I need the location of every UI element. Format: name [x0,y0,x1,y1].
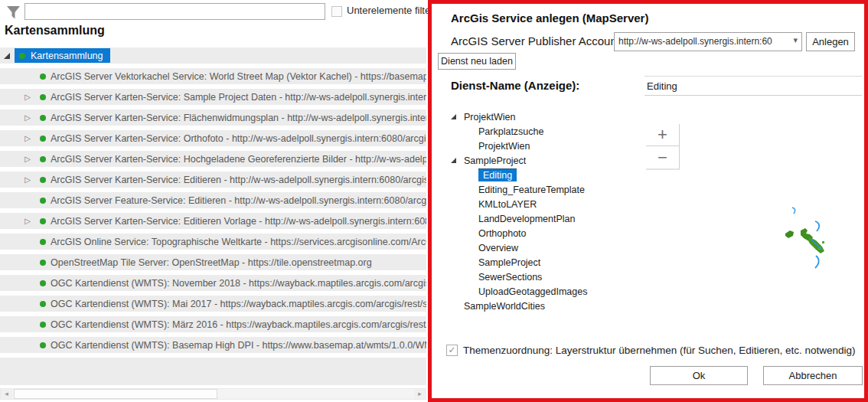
tree-item[interactable]: Editing_FeatureTemplate [451,182,642,197]
reload-service-button[interactable]: Dienst neu laden [438,53,516,70]
tree-item-label[interactable]: Parkplatzsuche [478,126,547,138]
create-account-button[interactable]: Anlegen [806,32,855,51]
tree-item[interactable]: Parkplatzsuche [451,124,642,139]
scroll-left-icon[interactable]: ◂ [1,389,12,399]
list-item[interactable]: ▷ ArcGIS Server Vektorkachel Service: Wo… [0,68,426,89]
tree-item-label[interactable]: KMLtoLAYER [478,198,540,211]
chevron-right-icon[interactable]: ▷ [23,217,32,225]
selected-root-chip[interactable]: Kartensammlung [15,48,110,63]
theme-mapping-label: Themenzuordnung: Layerstruktur übernehme… [463,345,856,356]
status-dot-icon [19,53,25,59]
tree-item-label[interactable]: SampleProject [464,155,530,167]
list-item-band[interactable]: ▷ ArcGIS Server Karten-Service: Flächenw… [0,109,426,126]
publisher-account-select[interactable]: http://w-ws-adelpoll.synergis.intern:60 … [614,32,802,51]
map-preview [773,199,850,272]
chevron-right-icon[interactable]: ▷ [23,176,32,184]
list-item[interactable]: ▷ ArcGIS Server Karten-Service: Orthofot… [0,130,426,151]
tree-item-label[interactable]: Orthophoto [478,227,530,240]
tree-item-label[interactable]: LandDevelopmentPlan [478,213,579,225]
list-item-band[interactable]: ▷ OGC Kartendienst (WMTS): Basemap High … [0,337,426,353]
tree-item-label[interactable]: UploadGeotaggedImages [478,286,591,298]
tree-item[interactable]: SampleProject [451,153,642,168]
scrollbar-thumb[interactable] [14,389,217,399]
list-item-band[interactable]: ▷ ArcGIS Server Feature-Service: Editier… [0,192,426,208]
scroll-right-icon[interactable]: ▸ [414,389,426,399]
zoom-in-button[interactable]: + [646,124,679,146]
expander-slot[interactable] [451,158,464,163]
tree-item[interactable]: SampleWorldCities [451,299,642,313]
theme-mapping-checkbox[interactable]: ✓ [446,345,458,356]
expanded-triangle-icon [451,114,456,119]
tree-item[interactable]: SewerSections [451,270,642,284]
chevron-right-icon[interactable]: ▷ [23,155,32,163]
status-dot-icon [40,342,46,348]
horizontal-scrollbar[interactable]: ◂ ▸ [0,388,426,400]
list-item[interactable]: ▷ ArcGIS Online Service: Topographische … [0,234,426,254]
list-item-label: OGC Kartendienst (WMTS): Basemap High DP… [51,340,426,351]
list-item[interactable]: ▷ ArcGIS Server Karten-Service: Editiere… [0,213,426,234]
expander-slot[interactable] [451,114,464,119]
list-item[interactable]: ▷ ArcGIS Server Karten-Service: Hochgela… [0,151,426,172]
list-item[interactable]: ▷ OGC Kartendienst (WMTS): März 2016 - h… [0,316,426,337]
zoom-out-button[interactable]: − [646,146,679,168]
list-item-band[interactable]: ▷ ArcGIS Server Karten-Service: Hochgela… [0,151,426,167]
tree-item-label[interactable]: SampleProject [478,257,544,269]
tree-item-label[interactable]: Editing_FeatureTemplate [478,184,589,196]
tree-item-label[interactable]: ProjektWien [478,140,534,152]
list-item-label: ArcGIS Server Karten-Service: Flächenwid… [51,113,426,123]
list-item[interactable]: ▷ OGC Kartendienst (WMTS): November 2018… [0,275,426,296]
tree-item[interactable]: ProjektWien [451,139,642,153]
tree-item[interactable]: ProjektWien [451,109,642,124]
status-dot-icon [40,156,46,162]
list-item-band[interactable]: ▷ ArcGIS Server Vektorkachel Service: Wo… [0,68,426,84]
status-dot-icon [40,94,46,100]
tree-item[interactable]: LandDevelopmentPlan [451,211,642,226]
cancel-button[interactable]: Abbrechen [763,366,863,385]
list-item-label: OGC Kartendienst (WMTS): März 2016 - htt… [51,319,426,330]
list-item-band[interactable]: ▷ ArcGIS Server Karten-Service: Orthofot… [0,130,426,146]
status-dot-icon [40,239,46,245]
chevron-right-icon[interactable]: ▷ [23,93,32,101]
list-item[interactable]: ▷ ArcGIS Server Karten-Service: Sample P… [0,89,426,109]
service-name-input[interactable] [644,76,862,96]
chevron-right-icon[interactable]: ▷ [23,114,32,122]
tree-item[interactable]: SampleProject [451,255,642,270]
list-item[interactable]: ▷ ArcGIS Server Karten-Service: Editiere… [0,172,426,192]
list-item-band[interactable]: ▷ ArcGIS Server Karten-Service: Editiere… [0,172,426,188]
expanded-triangle-icon[interactable] [4,53,10,59]
list-item[interactable]: ▷ OpenStreetMap Tile Server: OpenStreetM… [0,254,426,275]
tree-item-label[interactable]: SampleWorldCities [464,300,549,312]
filter-icon [6,5,21,20]
tree-root-row[interactable]: Kartensammlung [0,47,426,68]
list-item[interactable]: ▷ OGC Kartendienst (WMTS): Mai 2017 - ht… [0,296,426,316]
tree-item[interactable]: Overview [451,240,642,255]
list-item-label: OGC Kartendienst (WMTS): November 2018 -… [51,278,426,289]
expanded-triangle-icon [451,158,456,163]
list-item-band[interactable]: ▷ OGC Kartendienst (WMTS): Mai 2017 - ht… [0,296,426,312]
list-item-band[interactable]: ▷ OGC Kartendienst (WMTS): November 2018… [0,275,426,291]
list-item[interactable]: ▷ ArcGIS Server Feature-Service: Editier… [0,192,426,213]
chevron-right-icon[interactable]: ▷ [23,135,32,142]
tree-item-label[interactable]: Editing [478,168,517,181]
chevron-down-icon[interactable]: ▾ [793,35,798,45]
tree-item[interactable]: Orthophoto [451,226,642,240]
filter-input[interactable] [24,3,325,20]
tree-item-label[interactable]: Overview [478,242,522,254]
tree-item[interactable]: Editing [451,168,642,182]
ok-button[interactable]: Ok [650,366,748,385]
status-dot-icon [40,301,46,307]
tree-item-label[interactable]: ProjektWien [464,111,519,123]
tree-item[interactable]: UploadGeotaggedImages [451,284,642,299]
list-item-band[interactable]: ▷ ArcGIS Online Service: Topographische … [0,234,426,250]
list-item-band[interactable]: ▷ OGC Kartendienst (WMTS): März 2016 - h… [0,316,426,332]
list-item[interactable]: ▷ ArcGIS Server Karten-Service: Flächenw… [0,109,426,130]
list-item-label: ArcGIS Online Service: Topographische We… [51,237,426,247]
list-item-band[interactable]: ▷ ArcGIS Server Karten-Service: Editiere… [0,213,426,229]
tree-item[interactable]: KMLtoLAYER [451,197,642,211]
tree-item-label[interactable]: SewerSections [478,271,546,283]
subelements-filter-checkbox[interactable] [331,6,342,17]
status-dot-icon [40,115,46,121]
list-item-band[interactable]: ▷ OpenStreetMap Tile Server: OpenStreetM… [0,254,426,270]
list-item-band[interactable]: ▷ ArcGIS Server Karten-Service: Sample P… [0,89,426,105]
list-item[interactable]: ▷ OGC Kartendienst (WMTS): Basemap High … [0,337,426,358]
